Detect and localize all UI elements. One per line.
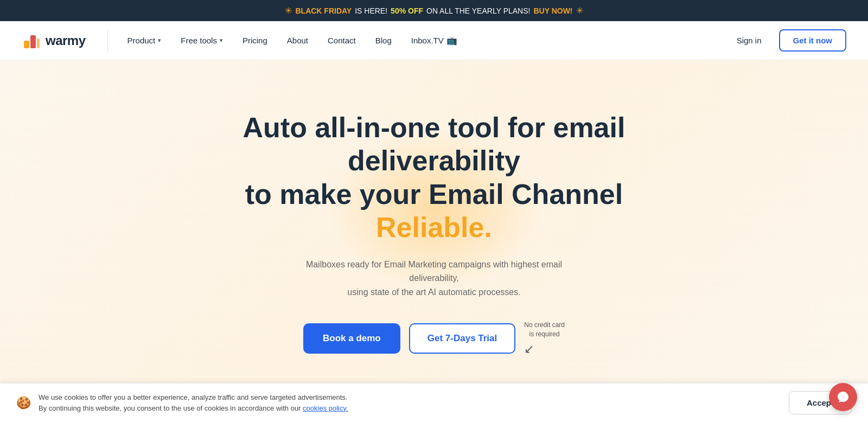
nav-divider xyxy=(107,30,108,52)
free-tools-chevron-icon: ▾ xyxy=(220,37,223,44)
nav-links: Product ▾ Free tools ▾ Pricing About Con… xyxy=(119,31,728,50)
trial-button[interactable]: Get 7-Days Trial xyxy=(409,323,516,354)
svg-rect-1 xyxy=(30,35,36,48)
nav-about[interactable]: About xyxy=(278,31,317,49)
navbar: warmy Product ▾ Free tools ▾ Pricing Abo… xyxy=(0,21,868,60)
logo[interactable]: warmy xyxy=(22,31,86,50)
no-credit-text: No credit card is required xyxy=(524,321,565,339)
nav-blog[interactable]: Blog xyxy=(367,31,400,49)
cookie-policy-link[interactable]: cookies policy. xyxy=(303,404,348,412)
svg-rect-2 xyxy=(37,39,40,48)
chat-bubble-button[interactable] xyxy=(829,383,857,411)
hero-buttons: Book a demo Get 7-Days Trial No credit c… xyxy=(303,321,565,356)
hero-title: Auto all-in-one tool for email deliverab… xyxy=(201,111,667,244)
arrow-icon: ↙ xyxy=(524,342,534,356)
nav-inbox-tv[interactable]: Inbox.TV 📺 xyxy=(403,31,466,50)
cookie-icon: 🍪 xyxy=(16,396,31,410)
cookie-text: We use cookies to offer you a better exp… xyxy=(39,392,781,413)
get-it-now-button[interactable]: Get it now xyxy=(779,29,847,52)
on-all-text: ON ALL THE YEARLY PLANS! xyxy=(426,7,530,15)
product-chevron-icon: ▾ xyxy=(158,37,161,44)
book-demo-button[interactable]: Book a demo xyxy=(303,323,400,354)
hero-subtitle: Mailboxes ready for Email Marketing camp… xyxy=(293,258,575,299)
black-friday-text: BLACK FRIDAY xyxy=(295,7,352,15)
nav-right: Sign in Get it now xyxy=(728,29,846,52)
buy-now-text: BUY NOW! xyxy=(533,7,572,15)
is-here-text: IS HERE! xyxy=(355,7,387,15)
logo-text: warmy xyxy=(46,33,86,48)
logo-icon xyxy=(22,31,41,50)
cookie-bar: 🍪 We use cookies to offer you a better e… xyxy=(0,383,868,422)
sign-in-button[interactable]: Sign in xyxy=(728,31,770,49)
hero-section: Auto all-in-one tool for email deliverab… xyxy=(0,60,868,397)
svg-rect-0 xyxy=(24,41,29,48)
star-right-icon: ✳ xyxy=(576,5,583,16)
nav-pricing[interactable]: Pricing xyxy=(234,31,276,49)
nav-free-tools[interactable]: Free tools ▾ xyxy=(172,31,232,49)
announcement-bar: ✳ BLACK FRIDAY IS HERE! 50% OFF ON ALL T… xyxy=(0,0,868,21)
nav-contact[interactable]: Contact xyxy=(319,31,365,49)
chat-icon xyxy=(837,391,850,404)
reliable-text: Reliable. xyxy=(376,212,492,243)
nav-product[interactable]: Product ▾ xyxy=(119,31,170,49)
no-credit-card-note: No credit card is required ↙ xyxy=(524,321,565,356)
tv-icon: 📺 xyxy=(446,35,457,46)
star-left-icon: ✳ xyxy=(285,5,292,16)
fifty-off-text: 50% OFF xyxy=(391,7,423,15)
